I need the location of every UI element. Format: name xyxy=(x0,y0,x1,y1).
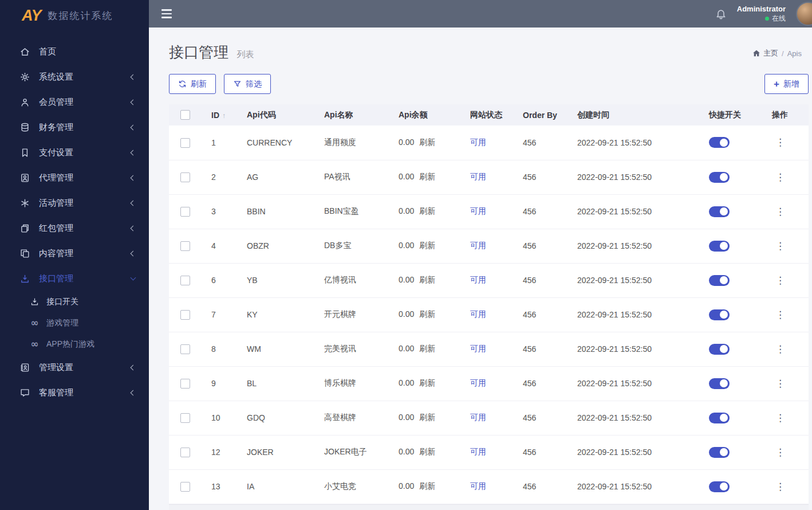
cell-balance: 0.00 xyxy=(399,413,414,422)
site-status-link[interactable]: 可用 xyxy=(470,206,486,215)
site-status-link[interactable]: 可用 xyxy=(470,275,486,284)
site-status-link[interactable]: 可用 xyxy=(470,172,486,181)
quick-switch-toggle[interactable] xyxy=(709,275,730,286)
row-actions-icon[interactable]: ⋮ xyxy=(772,274,789,286)
quick-switch-toggle[interactable] xyxy=(709,137,730,148)
row-actions-icon[interactable]: ⋮ xyxy=(772,240,789,252)
site-status-link[interactable]: 可用 xyxy=(470,138,486,147)
quick-switch-toggle[interactable] xyxy=(709,172,730,183)
row-actions-icon[interactable]: ⋮ xyxy=(772,206,789,217)
balance-refresh-link[interactable]: 刷新 xyxy=(419,309,435,319)
row-checkbox[interactable] xyxy=(180,241,190,251)
home-icon xyxy=(752,49,760,57)
quick-switch-toggle[interactable] xyxy=(709,413,730,423)
quick-switch-toggle[interactable] xyxy=(709,241,730,252)
sidebar-item[interactable]: 会员管理 xyxy=(0,89,149,115)
avatar[interactable] xyxy=(796,2,812,26)
row-actions-icon[interactable]: ⋮ xyxy=(772,412,789,423)
row-actions-icon[interactable]: ⋮ xyxy=(772,136,789,148)
balance-refresh-link[interactable]: 刷新 xyxy=(419,275,435,284)
sidebar-item[interactable]: 红包管理 xyxy=(0,215,149,241)
site-status-link[interactable]: 可用 xyxy=(470,378,486,387)
row-checkbox[interactable] xyxy=(180,448,190,457)
row-checkbox[interactable] xyxy=(180,276,190,285)
row-checkbox[interactable] xyxy=(180,379,190,389)
row-actions-icon[interactable]: ⋮ xyxy=(772,309,789,320)
refresh-button-label: 刷新 xyxy=(191,79,207,89)
site-status-link[interactable]: 可用 xyxy=(470,344,486,353)
row-actions-icon[interactable]: ⋮ xyxy=(772,481,789,492)
row-checkbox[interactable] xyxy=(180,172,190,182)
cell-order-by: 456 xyxy=(516,366,570,401)
cell-api-name: 开元棋牌 xyxy=(317,297,392,332)
sidebar-item[interactable]: 客服管理 xyxy=(0,380,149,405)
balance-refresh-link[interactable]: 刷新 xyxy=(419,172,435,181)
balance-refresh-link[interactable]: 刷新 xyxy=(419,206,435,215)
site-status-link[interactable]: 可用 xyxy=(470,413,486,422)
cell-order-by: 456 xyxy=(516,435,570,469)
row-actions-icon[interactable]: ⋮ xyxy=(772,171,789,183)
row-checkbox[interactable] xyxy=(180,413,190,423)
quick-switch-toggle[interactable] xyxy=(709,344,730,355)
balance-refresh-link[interactable]: 刷新 xyxy=(419,447,435,456)
quick-switch-toggle[interactable] xyxy=(709,206,730,217)
sidebar-item[interactable]: 代理管理 xyxy=(0,165,149,190)
add-button[interactable]: + 新增 xyxy=(764,74,809,94)
cell-api-name: PA视讯 xyxy=(317,160,392,194)
bell-icon[interactable] xyxy=(715,8,727,19)
balance-refresh-link[interactable]: 刷新 xyxy=(419,481,435,491)
site-status-link[interactable]: 可用 xyxy=(470,481,486,491)
row-checkbox[interactable] xyxy=(180,138,190,148)
sidebar-item[interactable]: 内容管理 xyxy=(0,241,149,266)
table-row: 3 BBIN BBIN宝盈 0.00刷新 可用 456 2022-09-21 1… xyxy=(169,194,809,229)
row-actions-icon[interactable]: ⋮ xyxy=(772,343,789,355)
sidebar-subitem[interactable]: ∞APP热门游戏 xyxy=(0,334,149,355)
sort-asc-icon[interactable]: ↑ xyxy=(222,112,226,120)
site-status-link[interactable]: 可用 xyxy=(470,241,486,250)
sidebar-item[interactable]: 接口管理 xyxy=(0,266,149,291)
row-checkbox[interactable] xyxy=(180,310,190,320)
row-checkbox[interactable] xyxy=(180,344,190,354)
site-status-link[interactable]: 可用 xyxy=(470,309,486,319)
sidebar-item[interactable]: 支付设置 xyxy=(0,140,149,165)
sidebar-item-label: 管理设置 xyxy=(39,362,73,373)
filter-button[interactable]: 筛选 xyxy=(224,74,271,94)
user-menu[interactable]: Administrator 在线 xyxy=(737,5,786,22)
breadcrumb-home[interactable]: 主页 xyxy=(752,48,778,58)
row-checkbox[interactable] xyxy=(180,482,190,492)
sidebar-subitem[interactable]: ∞游戏管理 xyxy=(0,312,149,334)
quick-switch-toggle[interactable] xyxy=(709,447,730,458)
cell-api-name: 博乐棋牌 xyxy=(317,366,392,401)
balance-refresh-link[interactable]: 刷新 xyxy=(419,413,435,422)
sidebar-item[interactable]: 首页 xyxy=(0,39,149,64)
cell-api-name: 高登棋牌 xyxy=(317,401,392,435)
refresh-icon xyxy=(178,80,187,88)
col-header-id[interactable]: ID xyxy=(211,111,219,120)
sidebar-item[interactable]: 财务管理 xyxy=(0,115,149,140)
brand[interactable]: AY 数据统计系统 xyxy=(0,0,149,31)
cell-order-by: 456 xyxy=(516,297,570,332)
site-status-link[interactable]: 可用 xyxy=(470,447,486,456)
sidebar-item[interactable]: 活动管理 xyxy=(0,190,149,215)
sidebar-item-label: 财务管理 xyxy=(39,122,73,133)
balance-refresh-link[interactable]: 刷新 xyxy=(419,378,435,387)
sidebar-subitem[interactable]: 接口开关 xyxy=(0,291,149,312)
refresh-button[interactable]: 刷新 xyxy=(169,74,216,94)
chevron-left-icon xyxy=(131,225,136,231)
quick-switch-toggle[interactable] xyxy=(709,378,730,389)
col-header-order: Order By xyxy=(516,104,570,125)
quick-switch-toggle[interactable] xyxy=(709,481,730,492)
sidebar-item[interactable]: 系统设置 xyxy=(0,64,149,89)
chevron-down-icon xyxy=(131,275,136,281)
row-actions-icon[interactable]: ⋮ xyxy=(772,378,789,389)
balance-refresh-link[interactable]: 刷新 xyxy=(419,241,435,250)
row-checkbox[interactable] xyxy=(180,207,190,217)
balance-refresh-link[interactable]: 刷新 xyxy=(419,138,435,147)
select-all-checkbox[interactable] xyxy=(180,110,190,120)
balance-refresh-link[interactable]: 刷新 xyxy=(419,344,435,353)
menu-toggle-icon[interactable] xyxy=(161,9,172,18)
cell-created-at: 2022-09-21 15:52:50 xyxy=(570,160,702,194)
row-actions-icon[interactable]: ⋮ xyxy=(772,446,789,458)
quick-switch-toggle[interactable] xyxy=(709,309,730,320)
sidebar-item[interactable]: 管理设置 xyxy=(0,355,149,380)
